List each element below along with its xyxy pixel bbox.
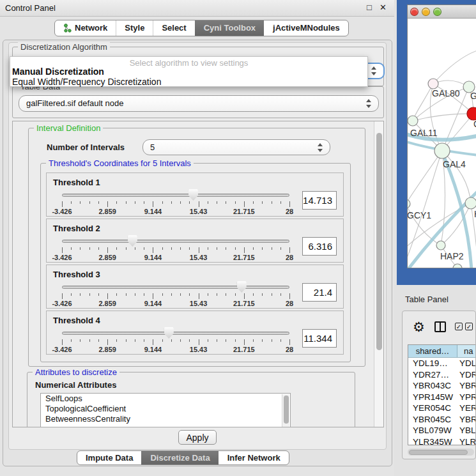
combo-stepper-icon[interactable] (371, 66, 377, 75)
tab-label: Network (75, 20, 107, 36)
threshold-value-box[interactable]: 14.713 (302, 191, 337, 210)
list-scrollbar-thumb[interactable] (284, 395, 289, 424)
column-layout-icon[interactable] (434, 321, 446, 332)
tab-discretize-data[interactable]: Discretize Data (141, 451, 218, 464)
network-node-gal11[interactable] (408, 116, 418, 126)
table-row[interactable]: YBR045CYBR0 (408, 414, 476, 426)
list-scrollbar[interactable] (282, 394, 289, 427)
cell-name[interactable]: YBR0 (457, 414, 476, 426)
column-header-shared-name[interactable]: shared… (408, 345, 457, 357)
slider-thumb[interactable] (237, 281, 247, 293)
tab-infer-network[interactable]: Infer Network (219, 451, 289, 464)
attribute-list-item[interactable]: BetweennessCentrality (41, 414, 290, 424)
slider-track[interactable] (62, 332, 289, 335)
cell-name[interactable]: YBL0 (457, 425, 476, 436)
vertical-scrollbar-thumb[interactable] (376, 133, 382, 350)
cell-name[interactable]: YER0 (457, 403, 476, 414)
table-row[interactable]: YBR043CYBR0 (408, 380, 476, 392)
threshold-slider[interactable]: -3.4262.8599.14415.4321.71528 (53, 326, 298, 354)
table-data-combobox[interactable]: galFiltered.sif default node (19, 95, 379, 112)
cell-name[interactable]: YLR3 (457, 436, 476, 446)
cell-name[interactable]: YDR2 (457, 369, 476, 381)
slider-track[interactable] (62, 286, 289, 289)
tab-jactivemnodules[interactable]: jActiveMNodules (264, 20, 348, 36)
cell-shared-name[interactable]: YDR27… (408, 369, 457, 381)
gear-icon[interactable]: ⚙ (413, 319, 425, 335)
network-canvas[interactable]: GAL80GACGAL11GAL4GCY1HHAP2 (408, 19, 476, 268)
slider-ticks (62, 247, 289, 254)
tab-network[interactable]: Network (55, 20, 116, 36)
horizontal-scrollbar[interactable] (408, 449, 474, 456)
tab-style[interactable]: Style (116, 20, 153, 36)
slider-thumb[interactable] (128, 235, 137, 247)
cell-shared-name[interactable]: YPR145W (408, 392, 457, 403)
horizontal-scrollbar-thumb[interactable] (409, 450, 468, 455)
combo-stepper-icon[interactable] (366, 99, 372, 108)
threshold-label: Threshold 4 (53, 316, 339, 325)
cell-shared-name[interactable]: YBR045C (408, 414, 457, 426)
vertical-scrollbar[interactable] (374, 121, 383, 427)
tab-cyni-toolbox[interactable]: Cyni Toolbox (195, 20, 264, 36)
cell-name[interactable]: YPR1 (457, 392, 476, 403)
network-edge[interactable] (413, 114, 473, 121)
table-row[interactable]: YER054CYER0 (408, 403, 476, 414)
attribute-list-item[interactable]: SelfLoops (41, 394, 290, 404)
zoom-traffic-light[interactable] (433, 8, 441, 16)
network-node-gcy1[interactable] (408, 199, 410, 208)
cell-shared-name[interactable]: YBL079W (408, 425, 457, 436)
cell-shared-name[interactable]: YLR345W (408, 436, 457, 446)
network-node-gal80[interactable] (428, 79, 438, 89)
node-label: GAL80 (432, 88, 460, 98)
threshold-slider[interactable]: -3.4262.8599.14415.4321.71528 (53, 234, 298, 262)
numerical-attributes-list[interactable]: SelfLoopsTopologicalCoefficientBetweenne… (40, 393, 291, 427)
network-node-gal4[interactable] (434, 143, 450, 158)
column-header-name[interactable]: na (457, 345, 476, 357)
cell-shared-name[interactable]: YER054C (408, 403, 457, 414)
tick-label: 15.43 (190, 300, 208, 307)
node-label: C (473, 119, 476, 129)
apply-button[interactable]: Apply (178, 430, 217, 445)
threshold-slider[interactable]: -3.4262.8599.14415.4321.71528 (53, 280, 298, 308)
checkbox-icon[interactable]: ✓ (465, 323, 473, 330)
slider-thumb[interactable] (188, 189, 198, 201)
network-node-h[interactable] (465, 197, 476, 209)
slider-thumb[interactable] (164, 327, 174, 339)
interval-definition-group: Interval Definition Number of Intervals … (28, 128, 365, 367)
cell-name[interactable]: YBR0 (457, 380, 476, 392)
combo-stepper-icon[interactable] (318, 143, 323, 152)
close-icon[interactable]: ✕ (380, 3, 387, 12)
dropdown-item-equal-width[interactable]: Equal Width/Frequency Discretization (12, 77, 161, 87)
network-view-window[interactable]: GAL80GACGAL11GAL4GCY1HHAP2 (397, 0, 476, 285)
node-table[interactable]: shared… na YDL19…YDL1YDR27…YDR2YBR043CYB… (408, 344, 476, 445)
float-window-icon[interactable]: □ (367, 3, 372, 12)
threshold-slider[interactable]: -3.4262.8599.14415.4321.71528 (53, 188, 298, 216)
dropdown-item-manual[interactable]: Manual Discretization (12, 66, 104, 77)
threshold-value-box[interactable]: 6.316 (302, 237, 337, 256)
checkbox-icon[interactable]: ✓ (455, 323, 463, 330)
table-row[interactable]: YPR145WYPR1 (408, 392, 476, 403)
node-label: GA (470, 91, 476, 101)
slider-track[interactable] (62, 194, 289, 197)
table-row[interactable]: YDR27…YDR2 (408, 369, 476, 381)
table-row[interactable]: YDL19…YDL1 (408, 358, 476, 369)
num-intervals-combobox[interactable]: 5 (142, 139, 330, 155)
network-node-c[interactable] (467, 107, 476, 120)
network-edge[interactable] (408, 151, 442, 204)
tick-label: 9.144 (144, 346, 162, 353)
tab-select[interactable]: Select (153, 20, 194, 36)
close-traffic-light[interactable] (410, 8, 418, 16)
cell-name[interactable]: YDL1 (457, 358, 476, 369)
slider-track[interactable] (62, 240, 289, 243)
minimize-traffic-light[interactable] (422, 8, 430, 16)
attribute-list-item[interactable]: TopologicalCoefficient (41, 404, 290, 414)
table-row[interactable]: YLR345WYLR3 (408, 436, 476, 446)
tab-impute-data[interactable]: Impute Data (77, 451, 141, 464)
network-edge[interactable] (433, 50, 476, 84)
cell-shared-name[interactable]: YBR043C (408, 380, 457, 392)
table-row[interactable]: YBL079WYBL0 (408, 425, 476, 436)
threshold-value-box[interactable]: 11.344 (302, 329, 337, 348)
network-window-titlebar[interactable] (408, 5, 476, 19)
network-node-hap2[interactable] (436, 241, 445, 250)
cell-shared-name[interactable]: YDL19… (408, 358, 457, 369)
threshold-value-box[interactable]: 21.4 (302, 283, 337, 302)
